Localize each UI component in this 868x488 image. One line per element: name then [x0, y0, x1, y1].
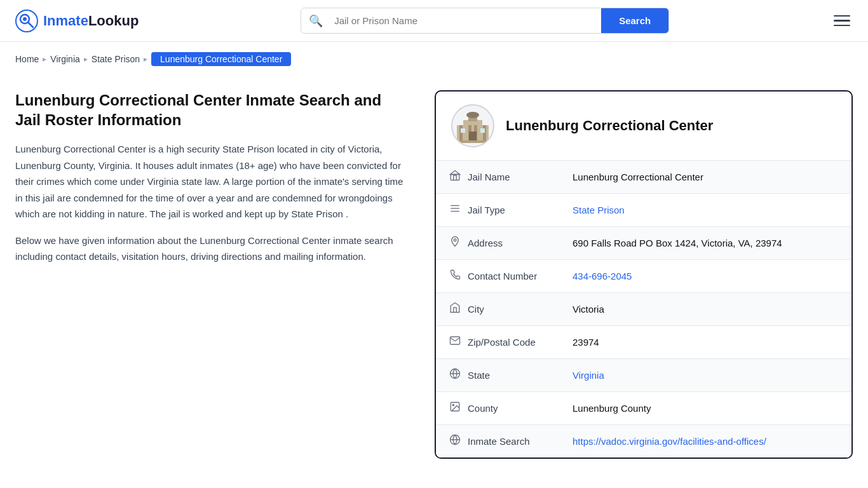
label-cell-jail-name: Jail Name	[436, 161, 560, 194]
search-input[interactable]	[330, 8, 601, 33]
label-text-jail-name: Jail Name	[468, 172, 510, 182]
label-text-zip: Zip/Postal Code	[468, 337, 536, 348]
inmate-search-link[interactable]: https://vadoc.virginia.gov/facilities-an…	[573, 436, 766, 447]
label-cell-inmate-search: Inmate Search	[436, 425, 560, 458]
info-table: Jail NameLunenburg Correctional CenterJa…	[436, 161, 851, 458]
logo[interactable]: InmateLookup	[15, 10, 139, 32]
header: InmateLookup 🔍 Search	[0, 0, 868, 42]
svg-point-0	[16, 10, 37, 32]
value-cell-state[interactable]: Virginia	[560, 359, 851, 392]
left-column: Lunenburg Correctional Center Inmate Sea…	[15, 90, 409, 275]
svg-rect-15	[480, 128, 485, 133]
svg-point-28	[452, 404, 454, 405]
breadcrumb-current: Lunenburg Correctional Center	[151, 52, 291, 66]
value-cell-address: 690 Falls Road PO Box 1424, Victoria, VA…	[560, 227, 851, 260]
jail-name-icon	[449, 170, 461, 184]
state-link[interactable]: Virginia	[573, 370, 604, 381]
state-icon	[449, 368, 461, 383]
search-bar-icon: 🔍	[301, 14, 330, 28]
zip-icon	[449, 335, 461, 349]
value-cell-jail-type[interactable]: State Prison	[560, 194, 851, 227]
table-row: Zip/Postal Code23974	[436, 326, 851, 359]
label-cell-contact: Contact Number	[436, 260, 560, 293]
svg-rect-14	[461, 128, 465, 133]
breadcrumb-state-prison[interactable]: State Prison	[92, 54, 140, 64]
menu-button[interactable]	[831, 13, 853, 29]
value-cell-zip: 23974	[560, 326, 851, 359]
table-row: Inmate Searchhttps://vadoc.virginia.gov/…	[436, 425, 851, 458]
search-bar: 🔍 Search	[301, 8, 669, 34]
table-row: Jail TypeState Prison	[436, 194, 851, 227]
label-text-state: State	[468, 370, 490, 381]
breadcrumb-sep-3: ▸	[144, 55, 147, 64]
label-text-jail-type: Jail Type	[468, 205, 505, 215]
label-cell-city: City	[436, 293, 560, 326]
breadcrumb-sep-2: ▸	[84, 55, 88, 64]
contact-icon	[449, 269, 461, 283]
svg-rect-12	[456, 140, 490, 143]
value-cell-inmate-search[interactable]: https://vadoc.virginia.gov/facilities-an…	[560, 425, 851, 458]
facility-image	[454, 107, 491, 144]
card-header: Lunenburg Correctional Center	[436, 92, 851, 161]
logo-icon	[15, 10, 38, 32]
label-cell-jail-type: Jail Type	[436, 194, 560, 227]
card-title: Lunenburg Correctional Center	[506, 118, 713, 134]
jail-type-icon	[449, 203, 461, 217]
contact-link[interactable]: 434-696-2045	[573, 271, 632, 281]
table-row: Address690 Falls Road PO Box 1424, Victo…	[436, 227, 851, 260]
table-row: CountyLunenburg County	[436, 392, 851, 425]
logo-text: InmateLookup	[43, 13, 139, 29]
svg-rect-10	[483, 125, 486, 142]
label-text-contact: Contact Number	[468, 271, 537, 281]
jail-type-link[interactable]: State Prison	[573, 205, 625, 215]
breadcrumb-home[interactable]: Home	[15, 54, 39, 64]
page-title: Lunenburg Correctional Center Inmate Sea…	[15, 90, 409, 130]
svg-line-2	[28, 22, 33, 27]
label-text-city: City	[468, 304, 484, 315]
table-row: Contact Number434-696-2045	[436, 260, 851, 293]
main-content: Lunenburg Correctional Center Inmate Sea…	[0, 71, 868, 484]
facility-avatar	[451, 104, 494, 147]
svg-rect-11	[469, 132, 477, 142]
breadcrumb: Home ▸ Virginia ▸ State Prison ▸ Lunenbu…	[0, 42, 868, 71]
table-row: Jail NameLunenburg Correctional Center	[436, 161, 851, 194]
address-icon	[449, 236, 461, 250]
label-cell-state: State	[436, 359, 560, 392]
value-cell-city: Victoria	[560, 293, 851, 326]
table-row: StateVirginia	[436, 359, 851, 392]
label-cell-address: Address	[436, 227, 560, 260]
description-paragraph-2: Below we have given information about th…	[15, 233, 409, 265]
label-cell-county: County	[436, 392, 560, 425]
label-text-address: Address	[468, 238, 503, 248]
inmate-search-icon	[449, 434, 461, 449]
city-icon	[449, 302, 461, 316]
label-cell-zip: Zip/Postal Code	[436, 326, 560, 359]
description-paragraph-1: Lunenburg Correctional Center is a high …	[15, 141, 409, 222]
svg-rect-7	[459, 125, 463, 142]
breadcrumb-virginia[interactable]: Virginia	[50, 54, 79, 64]
svg-point-13	[466, 112, 479, 118]
svg-point-20	[454, 239, 456, 241]
label-text-inmate-search: Inmate Search	[468, 436, 530, 447]
county-icon	[449, 401, 461, 416]
value-cell-jail-name: Lunenburg Correctional Center	[560, 161, 851, 194]
table-row: CityVictoria	[436, 293, 851, 326]
info-card: Lunenburg Correctional Center Jail NameL…	[435, 90, 853, 459]
search-button[interactable]: Search	[601, 8, 668, 33]
breadcrumb-sep-1: ▸	[43, 55, 46, 64]
value-cell-contact[interactable]: 434-696-2045	[560, 260, 851, 293]
svg-point-3	[23, 17, 27, 21]
label-text-county: County	[468, 403, 498, 414]
value-cell-county: Lunenburg County	[560, 392, 851, 425]
